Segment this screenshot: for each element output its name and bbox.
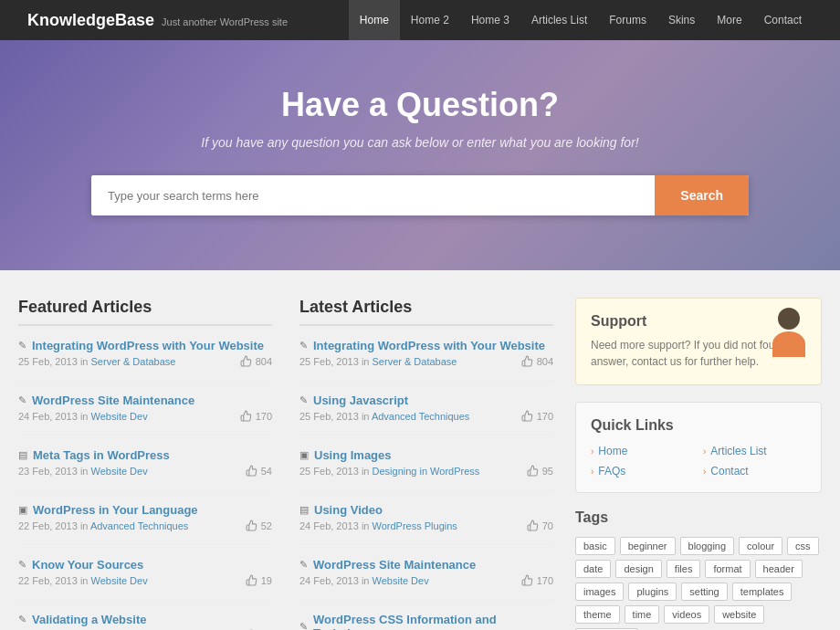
article-item: ✎ WordPress CSS Information and Techniqu… bbox=[299, 613, 553, 630]
latest-articles-title: Latest Articles bbox=[299, 298, 553, 326]
article-link[interactable]: WordPress in Your Language bbox=[33, 503, 198, 517]
tag-item[interactable]: theme bbox=[575, 605, 620, 624]
tag-item[interactable]: time bbox=[625, 605, 660, 624]
article-meta-text: 25 Feb, 2013 in Server & Database bbox=[18, 356, 175, 367]
article-meta-text: 25 Feb, 2013 in Designing in WordPress bbox=[299, 466, 479, 477]
article-meta: 24 Feb, 2013 in Website Dev 170 bbox=[299, 574, 553, 586]
nav-item-home-3[interactable]: Home 3 bbox=[460, 0, 520, 40]
tags-list: basicbeginnerbloggingcolourcssdatedesign… bbox=[575, 537, 822, 630]
person-head-icon bbox=[778, 308, 800, 330]
article-icon: ✎ bbox=[18, 394, 26, 406]
article-category-link[interactable]: Server & Database bbox=[373, 356, 457, 367]
article-category-link[interactable]: Website Dev bbox=[91, 575, 148, 586]
main-nav: HomeHome 2Home 3Articles ListForumsSkins… bbox=[349, 0, 813, 40]
article-link[interactable]: WordPress Site Maintenance bbox=[313, 558, 476, 572]
tag-item[interactable]: css bbox=[787, 537, 819, 555]
article-icon: ✎ bbox=[299, 340, 308, 352]
featured-articles-col: Featured Articles ✎ Integrating WordPres… bbox=[18, 298, 272, 630]
article-category-link[interactable]: Website Dev bbox=[91, 466, 148, 477]
nav-item-home[interactable]: Home bbox=[349, 0, 400, 40]
quicklink-link[interactable]: Articles List bbox=[710, 445, 766, 457]
article-meta-text: 22 Feb, 2013 in Website Dev bbox=[18, 575, 148, 586]
tag-item[interactable]: header bbox=[755, 560, 803, 578]
brand: KnowledgeBase Just another WordPress sit… bbox=[27, 11, 288, 30]
site-tagline: Just another WordPress site bbox=[162, 16, 288, 27]
tag-item[interactable]: files bbox=[667, 560, 701, 578]
search-button[interactable]: Search bbox=[655, 175, 749, 215]
tag-item[interactable]: format bbox=[705, 560, 750, 578]
tag-item[interactable]: design bbox=[615, 560, 661, 578]
article-link[interactable]: Validating a Website bbox=[32, 613, 146, 626]
tag-item[interactable]: date bbox=[575, 560, 611, 578]
nav-item-skins[interactable]: Skins bbox=[657, 0, 706, 40]
nav-item-forums[interactable]: Forums bbox=[598, 0, 657, 40]
hero-section: Have a Question? If you have any questio… bbox=[0, 40, 840, 270]
article-item: ✎ Validating a Website 21 Feb, 2013 in W… bbox=[18, 613, 272, 630]
quicklink-item: ›FAQs bbox=[591, 465, 694, 478]
article-link[interactable]: WordPress Site Maintenance bbox=[32, 394, 194, 407]
tag-item[interactable]: blogging bbox=[680, 537, 735, 555]
article-likes: 19 bbox=[246, 574, 272, 586]
article-icon: ✎ bbox=[299, 621, 308, 631]
tag-item[interactable]: website bbox=[714, 605, 764, 624]
article-icon: ▣ bbox=[299, 449, 309, 461]
quicklink-link[interactable]: FAQs bbox=[598, 465, 625, 478]
article-meta: 25 Feb, 2013 in Server & Database 804 bbox=[299, 355, 553, 367]
nav-item-more[interactable]: More bbox=[706, 0, 752, 40]
article-link[interactable]: Meta Tags in WordPress bbox=[33, 448, 170, 462]
article-link[interactable]: Using Images bbox=[314, 448, 392, 462]
article-link[interactable]: Integrating WordPress with Your Website bbox=[313, 339, 545, 352]
article-likes: 54 bbox=[246, 465, 272, 477]
nav-item-home-2[interactable]: Home 2 bbox=[400, 0, 460, 40]
article-category-link[interactable]: Website Dev bbox=[373, 575, 429, 586]
nav-item-contact[interactable]: Contact bbox=[753, 0, 813, 40]
tag-item[interactable]: beginner bbox=[620, 537, 676, 555]
article-category-link[interactable]: WordPress Plugins bbox=[373, 520, 457, 531]
tag-item[interactable]: plugins bbox=[628, 583, 677, 601]
tag-item[interactable]: images bbox=[575, 583, 624, 601]
quicklink-item: ›Home bbox=[591, 445, 694, 457]
article-category-link[interactable]: Advanced Techniques bbox=[372, 411, 469, 422]
quicklink-arrow-icon: › bbox=[703, 467, 706, 477]
tag-item[interactable]: colour bbox=[739, 537, 782, 555]
article-category-link[interactable]: Server & Database bbox=[91, 356, 176, 367]
article-item: ▣ WordPress in Your Language 22 Feb, 201… bbox=[18, 503, 272, 545]
article-item: ✎ WordPress Site Maintenance 24 Feb, 201… bbox=[299, 558, 553, 600]
navbar: KnowledgeBase Just another WordPress sit… bbox=[0, 0, 840, 40]
article-meta: 25 Feb, 2013 in Server & Database 804 bbox=[18, 355, 272, 367]
article-likes: 170 bbox=[521, 574, 553, 586]
article-meta-text: 22 Feb, 2013 in Advanced Techniques bbox=[18, 520, 188, 531]
article-likes: 70 bbox=[527, 520, 553, 531]
article-icon: ▤ bbox=[18, 449, 27, 461]
hero-subheading: If you have any question you can ask bel… bbox=[18, 135, 822, 150]
article-item: ✎ Know Your Sources 22 Feb, 2013 in Webs… bbox=[18, 558, 272, 600]
article-likes: 170 bbox=[521, 410, 553, 422]
tag-item[interactable]: basic bbox=[575, 537, 615, 555]
quicklink-arrow-icon: › bbox=[591, 467, 593, 477]
article-category-link[interactable]: Advanced Techniques bbox=[90, 520, 188, 531]
quicklink-link[interactable]: Home bbox=[598, 445, 627, 457]
article-category-link[interactable]: Designing in WordPress bbox=[373, 466, 480, 477]
search-bar: Search bbox=[91, 175, 749, 215]
article-link[interactable]: Using Video bbox=[314, 503, 383, 517]
nav-item-articles-list[interactable]: Articles List bbox=[520, 0, 598, 40]
tag-item[interactable]: setting bbox=[681, 583, 727, 601]
article-item: ✎ WordPress Site Maintenance 24 Feb, 201… bbox=[18, 394, 272, 436]
article-link[interactable]: Know Your Sources bbox=[32, 558, 143, 572]
hero-heading: Have a Question? bbox=[18, 86, 822, 124]
support-box: Support Need more support? If you did no… bbox=[575, 298, 822, 385]
article-meta-text: 24 Feb, 2013 in Website Dev bbox=[18, 411, 148, 422]
quicklink-link[interactable]: Contact bbox=[710, 465, 748, 478]
article-link[interactable]: Integrating WordPress with Your Website bbox=[32, 339, 264, 352]
article-meta-text: 25 Feb, 2013 in Advanced Techniques bbox=[299, 411, 469, 422]
article-link[interactable]: WordPress CSS Information and Techniques bbox=[313, 613, 553, 630]
article-item: ▤ Using Video 24 Feb, 2013 in WordPress … bbox=[299, 503, 553, 545]
sidebar: Support Need more support? If you did no… bbox=[575, 298, 822, 630]
article-category-link[interactable]: Website Dev bbox=[91, 411, 148, 422]
tag-item[interactable]: videos bbox=[664, 605, 709, 624]
search-input[interactable] bbox=[91, 175, 655, 215]
tag-item[interactable]: templates bbox=[732, 583, 793, 601]
person-body-icon bbox=[772, 331, 805, 357]
article-likes: 804 bbox=[521, 355, 553, 367]
article-link[interactable]: Using Javascript bbox=[313, 394, 408, 407]
